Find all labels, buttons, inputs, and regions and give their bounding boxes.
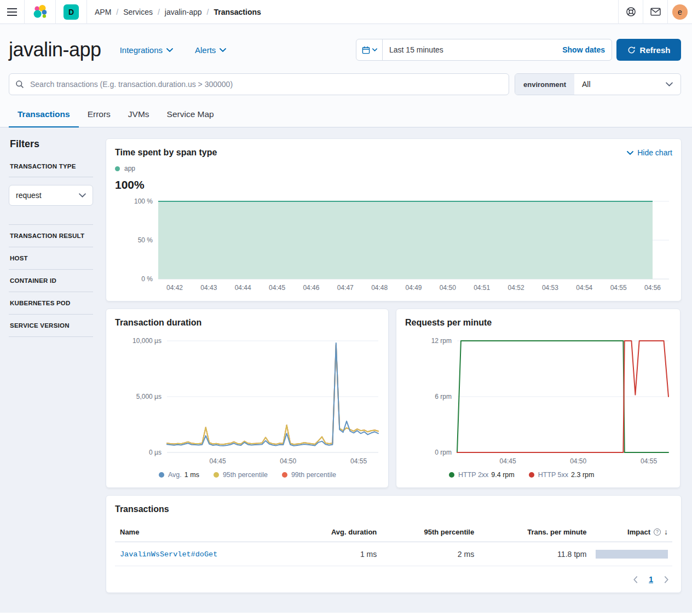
next-page-button[interactable] [664, 576, 669, 583]
user-menu[interactable]: e [668, 0, 692, 24]
svg-text:6 rpm: 6 rpm [435, 393, 452, 400]
chevron-down-icon [666, 82, 673, 86]
legend-item-95th[interactable]: 95th percentile [214, 471, 268, 479]
breadcrumb-services[interactable]: Services [111, 8, 153, 16]
tab-service-map[interactable]: Service Map [158, 108, 223, 127]
newsfeed-button[interactable] [643, 0, 667, 24]
transaction-type-value: request [16, 191, 42, 200]
elastic-logo[interactable] [25, 0, 55, 24]
space-switcher[interactable]: D [56, 0, 86, 24]
breadcrumb-service[interactable]: javalin-app [153, 8, 202, 16]
legend-item-99th[interactable]: 99th percentile [282, 471, 336, 479]
pagination: 1 [115, 566, 672, 586]
integrations-menu[interactable]: Integrations [120, 45, 173, 55]
main-column: Time spent by span type Hide chart app 1… [106, 138, 682, 607]
question-circle-icon[interactable] [654, 528, 661, 536]
service-header: javalin-app Integrations Alerts Last 15 … [0, 24, 692, 127]
svg-text:04:50: 04:50 [280, 457, 296, 465]
cell-tpm: 11.8 tpm [478, 542, 591, 566]
chevron-down-icon [627, 151, 633, 155]
service-tabs: Transactions Errors JVMs Service Map [0, 108, 692, 127]
legend-dot-http5xx [529, 472, 534, 478]
span-type-title: Time spent by span type [115, 148, 217, 158]
space-badge: D [64, 4, 79, 20]
integrations-label: Integrations [120, 45, 163, 55]
refresh-button[interactable]: Refresh [616, 39, 681, 61]
legend-item-http5xx[interactable]: HTTP 5xx 2.3 rpm [529, 471, 595, 479]
facet-list: TRANSACTION RESULT HOST CONTAINER ID KUB… [9, 224, 93, 337]
alerts-label: Alerts [195, 45, 216, 55]
column-impact[interactable]: Impact ↓ [591, 522, 672, 542]
elastic-logo-icon [32, 4, 48, 20]
refresh-icon [627, 46, 636, 54]
cell-avg-duration: 1 ms [291, 542, 381, 566]
show-dates-button[interactable]: Show dates [562, 45, 612, 54]
alerts-menu[interactable]: Alerts [195, 45, 226, 55]
chevron-down-icon [372, 48, 377, 51]
hide-chart-label: Hide chart [637, 148, 672, 157]
facet-container-id[interactable]: CONTAINER ID [9, 270, 93, 292]
facet-service-version[interactable]: SERVICE VERSION [9, 315, 93, 337]
svg-text:04:45: 04:45 [269, 284, 285, 292]
rpm-title: Requests per minute [405, 318, 492, 327]
time-range-value[interactable]: Last 15 minutes [383, 45, 443, 54]
column-avg-duration[interactable]: Avg. duration [291, 522, 381, 542]
requests-per-minute-panel: Requests per minute 12 rpm6 rpm0 rpm04:4… [396, 309, 681, 488]
search-box [9, 73, 509, 95]
lifebuoy-help-icon [626, 7, 636, 17]
search-input[interactable] [9, 73, 509, 95]
environment-select[interactable]: All [574, 74, 681, 95]
svg-text:50 %: 50 % [138, 236, 153, 244]
tab-transactions[interactable]: Transactions [9, 108, 79, 127]
legend-dot-http2xx [449, 472, 454, 478]
duration-title: Transaction duration [115, 318, 201, 327]
chevron-down-icon [220, 48, 226, 52]
svg-text:04:49: 04:49 [405, 284, 422, 292]
avatar: e [672, 4, 688, 20]
divider [86, 0, 87, 24]
requests-per-minute-chart[interactable]: 12 rpm6 rpm0 rpm04:4504:5004:55 [405, 333, 671, 466]
column-name[interactable]: Name [115, 522, 291, 542]
svg-text:04:50: 04:50 [570, 457, 586, 465]
filters-heading: Filters [10, 138, 93, 150]
legend-item-avg[interactable]: Avg. 1 ms [159, 471, 199, 479]
svg-text:100 %: 100 % [134, 197, 153, 205]
svg-text:04:53: 04:53 [542, 284, 558, 292]
column-95th-percentile[interactable]: 95th percentile [381, 522, 478, 542]
quick-select-calendar-button[interactable] [356, 39, 383, 60]
span-type-chart[interactable]: 100 %50 %0 %04:4204:4304:4404:4504:4604:… [115, 197, 672, 294]
facet-transaction-result[interactable]: TRANSACTION RESULT [9, 225, 93, 247]
legend-item-http2xx[interactable]: HTTP 2xx 9.4 rpm [449, 471, 515, 479]
tab-jvms[interactable]: JVMs [119, 108, 158, 127]
tab-errors[interactable]: Errors [79, 108, 119, 127]
svg-text:0 µs: 0 µs [149, 449, 162, 456]
page-number[interactable]: 1 [649, 575, 653, 584]
sort-descending-icon: ↓ [664, 527, 668, 536]
column-tpm[interactable]: Trans. per minute [478, 522, 591, 542]
hide-chart-button[interactable]: Hide chart [627, 148, 672, 157]
facet-host[interactable]: HOST [9, 247, 93, 270]
svg-text:10,000 µs: 10,000 µs [132, 337, 162, 345]
span-type-legend[interactable]: app [115, 165, 672, 172]
legend-label-app: app [124, 165, 135, 172]
help-button[interactable] [619, 0, 643, 24]
transaction-type-select[interactable]: request [9, 185, 93, 206]
calendar-icon [362, 46, 370, 54]
svg-text:0 rpm: 0 rpm [435, 449, 452, 456]
legend-label: 99th percentile [291, 471, 336, 479]
legend-dot-95th [214, 472, 219, 478]
svg-text:04:51: 04:51 [474, 284, 490, 292]
facet-kubernetes-pod[interactable]: KUBERNETES POD [9, 292, 93, 315]
svg-text:04:45: 04:45 [500, 457, 516, 465]
transaction-duration-chart[interactable]: 10,000 µs5,000 µs0 µs04:4504:5004:55 [115, 333, 380, 466]
breadcrumb-apm[interactable]: APM [95, 8, 111, 16]
rpm-legend: HTTP 2xx 9.4 rpm HTTP 5xx 2.3 rpm [449, 471, 671, 479]
menu-hamburger-icon[interactable] [0, 0, 24, 24]
previous-page-button[interactable] [633, 576, 638, 583]
svg-text:04:56: 04:56 [644, 284, 661, 292]
span-type-panel: Time spent by span type Hide chart app 1… [106, 138, 682, 301]
duration-legend: Avg. 1 ms 95th percentile 99th percentil… [159, 471, 379, 479]
transaction-name-link[interactable]: JavalinWsServlet#doGet [120, 550, 217, 559]
svg-text:04:47: 04:47 [337, 284, 354, 292]
transactions-table-title: Transactions [115, 504, 169, 514]
